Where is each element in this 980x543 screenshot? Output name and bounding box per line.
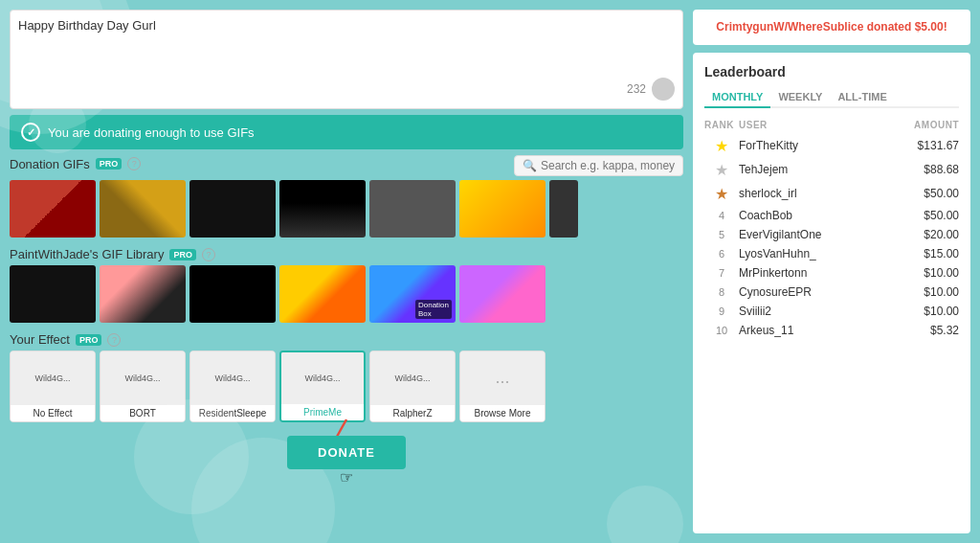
rank-badge: 9 [704,305,739,317]
library-gif-item[interactable]: DonationBox [369,265,456,323]
library-gif-item[interactable] [189,265,276,323]
lb-username: LyosVanHuhn_ [739,247,902,260]
donation-gifs-title: Donation GIFs [10,157,90,171]
notification-card: CrimtygunW/WhereSublice donated $5.00! [693,10,970,45]
gif-library-title: PaintWithJade's GIF Library [10,247,164,261]
lb-username: CynosureEPR [739,285,902,299]
effects-title: Your Effect [10,332,70,347]
lb-username: Sviilii2 [739,305,902,318]
donate-button[interactable]: DONATE [287,436,406,469]
gif-item[interactable] [369,180,456,238]
lb-amount: $131.67 [902,139,959,152]
lb-username: TehJejem [739,163,902,176]
gif-library-title-group: PaintWithJade's GIF Library PRO ? [10,247,683,261]
lb-username: MrPinkertonn [739,266,902,280]
help-icon-2[interactable]: ? [202,248,215,261]
donation-gifs-title-group: Donation GIFs PRO ? [10,157,141,171]
browse-more-label: Browse More [460,404,545,421]
lb-amount: $10.00 [902,285,959,299]
leaderboard-card: Leaderboard MONTHLY WEEKLY ALL-TIME RANK… [693,53,970,533]
header-amount: AMOUNT [902,120,959,130]
gif-item[interactable] [10,180,96,238]
lb-amount: $88.68 [902,163,959,176]
effect-thumb: ... [460,351,545,404]
lb-amount: $15.00 [902,247,959,260]
lb-username: EverVigilantOne [739,228,902,241]
rank-badge: 10 [704,325,739,336]
gif-library-section: PaintWithJade's GIF Library PRO ? Donati… [10,247,683,323]
rank-badge: 4 [704,210,739,221]
leaderboard-row: 10 Arkeus_11 $5.32 [704,321,959,340]
help-icon-3[interactable]: ? [107,333,121,347]
rank-badge: 7 [704,267,739,279]
header-user: USER [739,120,902,130]
effect-item-primeme[interactable]: Wild4G... PrimeMe [279,351,366,422]
left-panel: Happy Birthday Day Gurl 232 You are dona… [10,10,683,533]
lb-amount: $20.00 [902,228,959,241]
notification-text: CrimtygunW/WhereSublice donated $5.00! [716,20,947,34]
effect-label: BORT [100,404,185,421]
library-gif-item[interactable] [10,265,96,323]
search-icon: 🔍 [523,159,537,172]
effect-item-no-effect[interactable]: Wild4G... No Effect [10,351,96,422]
leaderboard-row: 8 CynosureEPR $10.00 [704,283,959,302]
lb-amount: $50.00 [902,187,959,200]
lb-username: sherlock_irl [739,187,902,200]
leaderboard-row: 9 Sviilii2 $10.00 [704,302,959,321]
lb-amount: $5.32 [902,324,959,337]
lb-username: CoachBob [739,209,902,222]
lb-amount: $10.00 [902,266,959,280]
tab-weekly[interactable]: WEEKLY [770,87,830,108]
help-icon-1[interactable]: ? [127,157,141,170]
gif-item[interactable] [279,180,366,238]
lb-username: Arkeus_11 [739,324,902,337]
char-count: 232 [627,82,646,96]
gif-item[interactable] [459,180,546,238]
rank-badge: ★ [704,185,739,203]
gif-search-input[interactable] [541,159,675,172]
donation-banner-text: You are donating enough to use GIFs [48,125,255,140]
library-gif-item[interactable] [279,265,366,323]
avatar [652,78,675,101]
leaderboard-row: ★ sherlock_irl $50.00 [704,182,959,206]
tab-monthly[interactable]: MONTHLY [704,87,770,108]
effect-item-bort[interactable]: Wild4G... BORT [100,351,186,422]
header-rank: RANK [704,120,739,130]
donate-section: DONATE ☞ [10,432,683,469]
message-footer: 232 [18,74,675,101]
gif-item[interactable] [100,180,186,238]
rank-badge: 6 [704,248,739,260]
cursor-icon: ☞ [340,468,353,486]
leaderboard-row: 4 CoachBob $50.00 [704,206,959,225]
gif-library-row: DonationBox [10,265,683,323]
library-gif-item[interactable] [459,265,546,323]
rank-badge: ★ [704,137,739,155]
message-textarea[interactable]: Happy Birthday Day Gurl [18,18,675,71]
library-gif-item[interactable] [100,265,186,323]
effect-item-ralpherz[interactable]: Wild4G... RalpherZ [369,351,456,422]
lb-amount: $10.00 [902,305,959,318]
leaderboard-row: ★ TehJejem $88.68 [704,158,959,182]
effect-item-resident[interactable]: Wild4G... ResidentSleepe [189,351,276,422]
effect-thumb: Wild4G... [370,351,455,404]
leaderboard-row: 7 MrPinkertonn $10.00 [704,263,959,283]
effect-label: ResidentSleepe [190,404,275,421]
effect-thumb: Wild4G... [11,351,95,404]
donation-gifs-row [10,180,683,238]
gif-item-more[interactable] [549,180,578,238]
gif-item[interactable] [189,180,276,238]
rank-badge: 8 [704,286,739,298]
effect-thumb: Wild4G... [281,352,364,403]
leaderboard-row: ★ ForTheKitty $131.67 [704,134,959,158]
message-box: Happy Birthday Day Gurl 232 [10,10,683,109]
tab-alltime[interactable]: ALL-TIME [830,87,894,108]
effect-item-browse-more[interactable]: ... Browse More [459,351,546,422]
gif-search-box: 🔍 [514,155,683,176]
effect-thumb: Wild4G... [100,351,185,404]
pro-badge-1: PRO [96,158,122,170]
effects-title-group: Your Effect PRO ? [10,332,683,347]
leaderboard-row: 5 EverVigilantOne $20.00 [704,225,959,244]
lb-amount: $50.00 [902,209,959,222]
effect-thumb: Wild4G... [190,351,275,404]
donation-gifs-section: Donation GIFs PRO ? 🔍 [10,155,683,238]
